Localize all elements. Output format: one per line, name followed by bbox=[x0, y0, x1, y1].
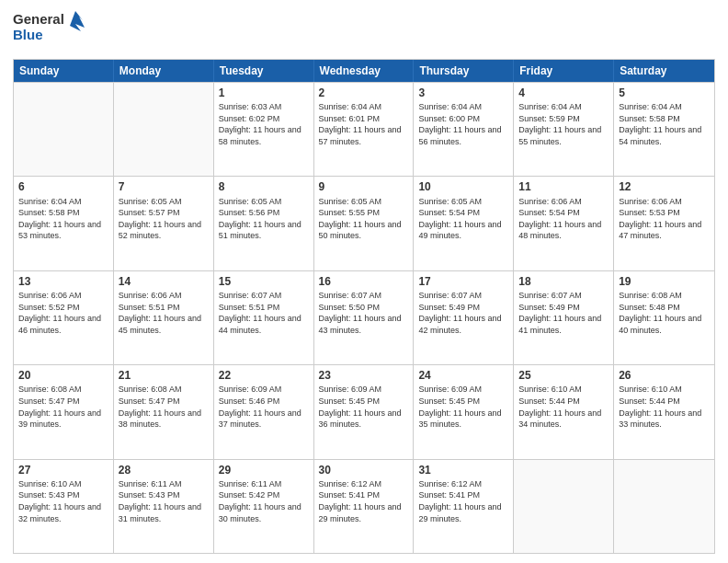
calendar-cell-1-1 bbox=[14, 83, 114, 176]
day-number: 31 bbox=[418, 463, 508, 477]
calendar-cell-4-3: 22Sunrise: 6:09 AM Sunset: 5:46 PM Dayli… bbox=[214, 365, 314, 458]
svg-marker-2 bbox=[70, 11, 85, 31]
calendar-cell-3-6: 18Sunrise: 6:07 AM Sunset: 5:49 PM Dayli… bbox=[514, 271, 614, 364]
day-info: Sunrise: 6:04 AM Sunset: 5:59 PM Dayligh… bbox=[518, 101, 609, 147]
day-info: Sunrise: 6:06 AM Sunset: 5:53 PM Dayligh… bbox=[619, 196, 710, 242]
day-number: 10 bbox=[418, 179, 508, 194]
day-number: 1 bbox=[219, 86, 309, 100]
day-info: Sunrise: 6:10 AM Sunset: 5:44 PM Dayligh… bbox=[518, 384, 609, 430]
day-number: 29 bbox=[219, 463, 309, 477]
logo-svg: General Blue bbox=[13, 9, 86, 52]
calendar-cell-1-6: 4Sunrise: 6:04 AM Sunset: 5:59 PM Daylig… bbox=[514, 83, 614, 176]
calendar-cell-2-2: 7Sunrise: 6:05 AM Sunset: 5:57 PM Daylig… bbox=[114, 177, 214, 270]
weekday-header-monday: Monday bbox=[114, 60, 214, 82]
day-number: 18 bbox=[518, 274, 609, 289]
day-info: Sunrise: 6:06 AM Sunset: 5:54 PM Dayligh… bbox=[518, 196, 609, 242]
calendar-cell-4-5: 24Sunrise: 6:09 AM Sunset: 5:45 PM Dayli… bbox=[414, 365, 514, 458]
day-number: 25 bbox=[518, 368, 609, 383]
weekday-header-thursday: Thursday bbox=[414, 60, 514, 82]
calendar-cell-4-1: 20Sunrise: 6:08 AM Sunset: 5:47 PM Dayli… bbox=[14, 365, 114, 458]
calendar-body: 1Sunrise: 6:03 AM Sunset: 6:02 PM Daylig… bbox=[14, 82, 714, 553]
day-info: Sunrise: 6:07 AM Sunset: 5:49 PM Dayligh… bbox=[518, 290, 609, 336]
logo: General Blue bbox=[13, 9, 86, 52]
day-info: Sunrise: 6:12 AM Sunset: 5:41 PM Dayligh… bbox=[418, 478, 508, 524]
day-number: 14 bbox=[119, 274, 209, 289]
day-number: 21 bbox=[119, 368, 209, 383]
day-number: 23 bbox=[319, 368, 409, 383]
calendar-cell-5-5: 31Sunrise: 6:12 AM Sunset: 5:41 PM Dayli… bbox=[414, 460, 514, 553]
calendar-cell-3-7: 19Sunrise: 6:08 AM Sunset: 5:48 PM Dayli… bbox=[614, 271, 714, 364]
day-info: Sunrise: 6:04 AM Sunset: 6:00 PM Dayligh… bbox=[418, 101, 508, 147]
calendar-cell-2-7: 12Sunrise: 6:06 AM Sunset: 5:53 PM Dayli… bbox=[614, 177, 714, 270]
day-number: 5 bbox=[619, 86, 710, 100]
day-info: Sunrise: 6:08 AM Sunset: 5:47 PM Dayligh… bbox=[18, 384, 108, 430]
day-number: 3 bbox=[418, 86, 508, 100]
day-info: Sunrise: 6:04 AM Sunset: 5:58 PM Dayligh… bbox=[619, 101, 710, 147]
day-info: Sunrise: 6:05 AM Sunset: 5:57 PM Dayligh… bbox=[119, 196, 209, 242]
calendar-cell-2-3: 8Sunrise: 6:05 AM Sunset: 5:56 PM Daylig… bbox=[214, 177, 314, 270]
calendar-cell-3-4: 16Sunrise: 6:07 AM Sunset: 5:50 PM Dayli… bbox=[314, 271, 415, 364]
day-info: Sunrise: 6:05 AM Sunset: 5:55 PM Dayligh… bbox=[319, 196, 409, 242]
calendar-row-4: 20Sunrise: 6:08 AM Sunset: 5:47 PM Dayli… bbox=[14, 364, 714, 458]
day-number: 20 bbox=[18, 368, 108, 383]
day-info: Sunrise: 6:07 AM Sunset: 5:50 PM Dayligh… bbox=[319, 290, 409, 336]
day-info: Sunrise: 6:09 AM Sunset: 5:46 PM Dayligh… bbox=[219, 384, 309, 430]
weekday-header-tuesday: Tuesday bbox=[214, 60, 314, 82]
calendar-cell-5-6 bbox=[514, 460, 614, 553]
day-info: Sunrise: 6:07 AM Sunset: 5:49 PM Dayligh… bbox=[418, 290, 508, 336]
day-info: Sunrise: 6:07 AM Sunset: 5:51 PM Dayligh… bbox=[219, 290, 309, 336]
day-number: 13 bbox=[18, 274, 108, 289]
day-info: Sunrise: 6:09 AM Sunset: 5:45 PM Dayligh… bbox=[319, 384, 409, 430]
calendar-cell-5-2: 28Sunrise: 6:11 AM Sunset: 5:43 PM Dayli… bbox=[114, 460, 214, 553]
day-info: Sunrise: 6:05 AM Sunset: 5:54 PM Dayligh… bbox=[418, 196, 508, 242]
calendar-cell-1-4: 2Sunrise: 6:04 AM Sunset: 6:01 PM Daylig… bbox=[314, 83, 415, 176]
calendar-row-5: 27Sunrise: 6:10 AM Sunset: 5:43 PM Dayli… bbox=[14, 459, 714, 553]
day-number: 22 bbox=[219, 368, 309, 383]
calendar-header: SundayMondayTuesdayWednesdayThursdayFrid… bbox=[14, 60, 714, 82]
header: General Blue bbox=[13, 9, 715, 52]
calendar-cell-3-3: 15Sunrise: 6:07 AM Sunset: 5:51 PM Dayli… bbox=[214, 271, 314, 364]
calendar-row-3: 13Sunrise: 6:06 AM Sunset: 5:52 PM Dayli… bbox=[14, 270, 714, 364]
calendar-cell-5-7 bbox=[614, 460, 714, 553]
calendar-container: General Blue SundayMondayTuesdayWednesda… bbox=[0, 0, 728, 563]
day-number: 28 bbox=[119, 463, 209, 477]
day-info: Sunrise: 6:04 AM Sunset: 6:01 PM Dayligh… bbox=[319, 101, 409, 147]
day-info: Sunrise: 6:11 AM Sunset: 5:42 PM Dayligh… bbox=[219, 478, 309, 524]
day-number: 30 bbox=[319, 463, 409, 477]
day-info: Sunrise: 6:10 AM Sunset: 5:43 PM Dayligh… bbox=[18, 478, 108, 524]
day-number: 2 bbox=[319, 86, 409, 100]
calendar-cell-2-6: 11Sunrise: 6:06 AM Sunset: 5:54 PM Dayli… bbox=[514, 177, 614, 270]
day-number: 12 bbox=[619, 179, 710, 194]
calendar-cell-3-5: 17Sunrise: 6:07 AM Sunset: 5:49 PM Dayli… bbox=[414, 271, 514, 364]
calendar-cell-4-2: 21Sunrise: 6:08 AM Sunset: 5:47 PM Dayli… bbox=[114, 365, 214, 458]
calendar-cell-5-3: 29Sunrise: 6:11 AM Sunset: 5:42 PM Dayli… bbox=[214, 460, 314, 553]
day-number: 19 bbox=[619, 274, 710, 289]
day-info: Sunrise: 6:08 AM Sunset: 5:47 PM Dayligh… bbox=[119, 384, 209, 430]
calendar-cell-1-5: 3Sunrise: 6:04 AM Sunset: 6:00 PM Daylig… bbox=[414, 83, 514, 176]
calendar-cell-2-5: 10Sunrise: 6:05 AM Sunset: 5:54 PM Dayli… bbox=[414, 177, 514, 270]
day-number: 15 bbox=[219, 274, 309, 289]
day-number: 9 bbox=[319, 179, 409, 194]
weekday-header-saturday: Saturday bbox=[614, 60, 714, 82]
day-info: Sunrise: 6:06 AM Sunset: 5:51 PM Dayligh… bbox=[119, 290, 209, 336]
calendar-cell-4-7: 26Sunrise: 6:10 AM Sunset: 5:44 PM Dayli… bbox=[614, 365, 714, 458]
calendar-cell-4-4: 23Sunrise: 6:09 AM Sunset: 5:45 PM Dayli… bbox=[314, 365, 415, 458]
calendar-cell-5-1: 27Sunrise: 6:10 AM Sunset: 5:43 PM Dayli… bbox=[14, 460, 114, 553]
day-info: Sunrise: 6:05 AM Sunset: 5:56 PM Dayligh… bbox=[219, 196, 309, 242]
calendar-cell-1-3: 1Sunrise: 6:03 AM Sunset: 6:02 PM Daylig… bbox=[214, 83, 314, 176]
day-number: 4 bbox=[518, 86, 609, 100]
day-number: 24 bbox=[418, 368, 508, 383]
day-info: Sunrise: 6:03 AM Sunset: 6:02 PM Dayligh… bbox=[219, 101, 309, 147]
day-number: 11 bbox=[518, 179, 609, 194]
day-number: 16 bbox=[319, 274, 409, 289]
day-number: 27 bbox=[18, 463, 108, 477]
weekday-header-friday: Friday bbox=[514, 60, 614, 82]
day-info: Sunrise: 6:08 AM Sunset: 5:48 PM Dayligh… bbox=[619, 290, 710, 336]
day-info: Sunrise: 6:04 AM Sunset: 5:58 PM Dayligh… bbox=[18, 196, 108, 242]
weekday-header-sunday: Sunday bbox=[14, 60, 114, 82]
day-number: 26 bbox=[619, 368, 710, 383]
day-number: 7 bbox=[119, 179, 209, 194]
calendar-cell-5-4: 30Sunrise: 6:12 AM Sunset: 5:41 PM Dayli… bbox=[314, 460, 415, 553]
calendar: SundayMondayTuesdayWednesdayThursdayFrid… bbox=[13, 59, 715, 554]
calendar-cell-3-1: 13Sunrise: 6:06 AM Sunset: 5:52 PM Dayli… bbox=[14, 271, 114, 364]
